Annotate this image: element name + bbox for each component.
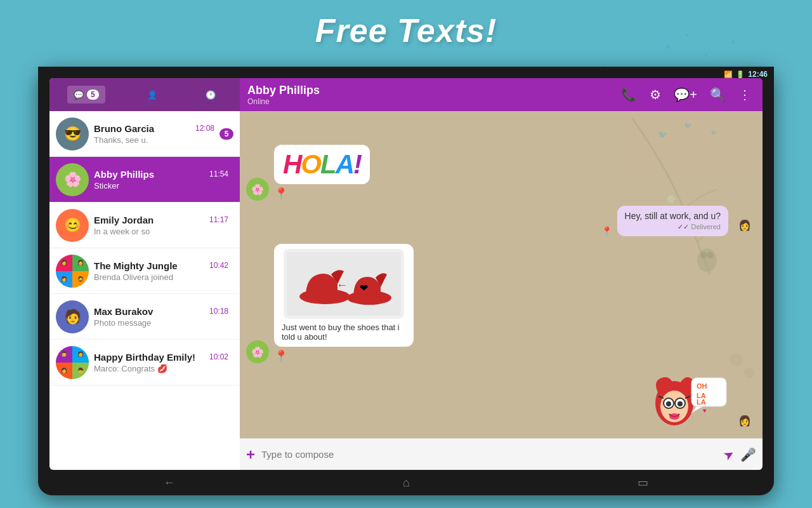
chat-time-jungle: 10:42 <box>209 261 228 270</box>
ohla-sticker-container: ♥ ♥ OH LA LA <box>639 368 728 432</box>
chat-info-bday: Happy Birthday Emily! 10:02 Marco: Congr… <box>89 352 233 373</box>
chat-header-status: Online <box>247 97 612 106</box>
hola-exclamation: ! <box>353 149 361 179</box>
chat-preview-bday: Marco: Congrats 💋 <box>94 364 228 373</box>
location-pin-1: 📍 <box>274 187 370 201</box>
avatar-bday-4: 👦 <box>72 363 89 379</box>
chat-info-abby: Abby Phillips 11:54 Sticker <box>89 169 233 190</box>
chat-time-emily: 11:17 <box>209 215 228 224</box>
message-text-outgoing-1: Hey, still at work, and u? <box>625 211 721 221</box>
chat-info-max: Max Burakov 10:18 Photo message <box>89 306 233 328</box>
chat-name-emily: Emily Jordan <box>94 215 154 225</box>
chat-item-max[interactable]: 🧑 Max Burakov 10:18 Photo message <box>49 294 240 340</box>
nav-contacts[interactable]: 👤 <box>141 86 164 104</box>
chat-list: 😎 Bruno Garcia 12:08 Thanks, see u. 5 <box>49 111 240 470</box>
status-time: 12:46 <box>748 70 768 79</box>
hola-sticker: HOLA! <box>283 151 361 178</box>
avatar-abby: 🌸 <box>56 163 89 196</box>
avatar-icon-max: 🧑 <box>64 309 81 325</box>
shoes-caption: Just went to buy the shoes that i told u… <box>279 319 409 342</box>
chat-name-row-abby: Abby Phillips 11:54 <box>94 169 228 180</box>
contacts-icon: 👤 <box>147 90 157 100</box>
svg-text:❤: ❤ <box>360 283 368 293</box>
recents-button[interactable]: ▭ <box>638 476 648 490</box>
avatar-emily: 😊 <box>56 209 89 242</box>
chat-item-bruno[interactable]: 😎 Bruno Garcia 12:08 Thanks, see u. 5 <box>49 111 240 157</box>
app-screen: 💬 5 👤 🕐 😎 <box>49 78 763 470</box>
chat-name-row-jungle: The Mighty Jungle 10:42 <box>94 260 228 271</box>
chat-badge: 5 <box>87 90 99 100</box>
chat-name-abby: Abby Phillips <box>94 169 154 180</box>
location-pin-2: 📍 <box>601 226 612 236</box>
status-bar-icons: 📶 🔋 12:46 <box>724 70 768 79</box>
avatar-max: 🧑 <box>56 300 89 333</box>
location-pin-3: 📍 <box>274 349 414 363</box>
messages-area: 🌸 HOLA! 📍 <box>240 111 763 438</box>
shoes-sticker-bubble: ❤ ← Just went to buy the shoes that i to… <box>274 244 414 347</box>
wifi-icon: 📶 <box>724 70 733 79</box>
svg-marker-33 <box>691 406 703 413</box>
chat-preview-emily: In a week or so <box>94 227 228 236</box>
message-row-outgoing-1: 📍 Hey, still at work, and u? ✓✓ Delivere… <box>246 206 756 236</box>
home-button[interactable]: ⌂ <box>403 476 410 490</box>
search-icon[interactable]: 🔍 <box>706 83 730 106</box>
input-bar: + ➤ 🎤 <box>240 438 763 470</box>
compose-input[interactable] <box>261 449 717 460</box>
hola-letter-h: H <box>283 149 301 179</box>
chat-info-bruno: Bruno Garcia 12:08 Thanks, see u. <box>89 123 219 145</box>
svg-point-26 <box>678 401 683 406</box>
nav-chats[interactable]: 💬 5 <box>67 86 105 104</box>
bottom-nav: ← ⌂ ▭ <box>49 470 763 495</box>
chat-item-jungle[interactable]: 👩 👩 👩 🧔 The Mighty Jungle 10:42 Brenda O… <box>49 248 240 294</box>
chat-name-row-max: Max Burakov 10:18 <box>94 306 228 317</box>
svg-text:♥: ♥ <box>703 407 707 414</box>
chat-name-jungle: The Mighty Jungle <box>94 260 178 271</box>
hola-letter-o: O <box>301 149 320 179</box>
svg-text:LA: LA <box>697 398 706 406</box>
shoes-sticker-image: ❤ ← <box>284 249 404 319</box>
right-panel: Abby Phillips Online 📞 ⚙ 💬+ 🔍 ⋮ <box>240 78 763 470</box>
svg-text:←: ← <box>336 279 348 291</box>
left-nav: 💬 5 👤 🕐 <box>49 78 240 111</box>
chat-preview-jungle: Brenda Olivera joined <box>94 272 228 282</box>
chat-item-emily[interactable]: 😊 Emily Jordan 11:17 In a week or so <box>49 203 240 248</box>
avatar-jungle: 👩 👩 👩 🧔 <box>56 255 89 288</box>
back-button[interactable]: ← <box>164 476 175 490</box>
message-shoes: 🌸 <box>246 244 756 363</box>
chat-info-emily: Emily Jordan 11:17 In a week or so <box>89 215 233 236</box>
send-button[interactable]: ➤ <box>720 445 737 464</box>
chat-time-max: 10:18 <box>209 307 228 316</box>
message-bubble-outgoing-1: Hey, still at work, and u? ✓✓ Delivered <box>617 206 728 236</box>
tablet-frame: 📶 🔋 12:46 💬 5 👤 🕐 <box>38 67 774 495</box>
svg-text:✦: ✦ <box>704 53 709 58</box>
chat-item-bday[interactable]: 👨 👩 👩 👦 Happy Birthday Emily! 10:02 Marc… <box>49 340 240 385</box>
mic-button[interactable]: 🎤 <box>740 447 756 462</box>
chat-preview-bruno: Thanks, see u. <box>94 135 214 145</box>
shoes-visual: ❤ ← <box>284 249 404 319</box>
nav-history[interactable]: 🕐 <box>199 86 222 104</box>
message-hola: 🌸 HOLA! 📍 <box>246 145 756 201</box>
svg-point-29 <box>669 413 679 420</box>
left-panel: 💬 5 👤 🕐 😎 <box>49 78 240 470</box>
hola-letter-a: A <box>336 149 353 179</box>
chat-header-contact-name: Abby Phillips <box>247 84 612 97</box>
chat-time-abby: 11:54 <box>209 170 228 178</box>
chat-time-bday: 10:02 <box>209 352 228 361</box>
call-icon[interactable]: 📞 <box>617 83 641 106</box>
avatar-jungle-2: 👩 <box>72 255 89 271</box>
attach-button[interactable]: + <box>246 446 255 464</box>
avatar-bday-1: 👨 <box>56 346 72 363</box>
more-options-icon[interactable]: ⋮ <box>735 83 755 106</box>
page-title: Free Texts! <box>0 11 812 50</box>
chat-item-abby[interactable]: 🌸 Abby Phillips 11:54 Sticker <box>49 157 240 203</box>
chat-name-row-bday: Happy Birthday Emily! 10:02 <box>94 352 228 363</box>
chat-preview-max: Photo message <box>94 318 228 328</box>
chat-background: 🐦 🐦 🐦 🌸 <box>240 111 763 438</box>
chat-name-bruno: Bruno Garcia <box>94 123 154 134</box>
avatar-bday: 👨 👩 👩 👦 <box>56 346 89 379</box>
new-chat-icon[interactable]: 💬+ <box>670 83 701 106</box>
avatar-jungle-4: 🧔 <box>72 271 89 288</box>
avatar-bday-3: 👩 <box>56 363 72 379</box>
settings-icon[interactable]: ⚙ <box>646 83 665 106</box>
chat-icon: 💬 <box>74 90 84 100</box>
